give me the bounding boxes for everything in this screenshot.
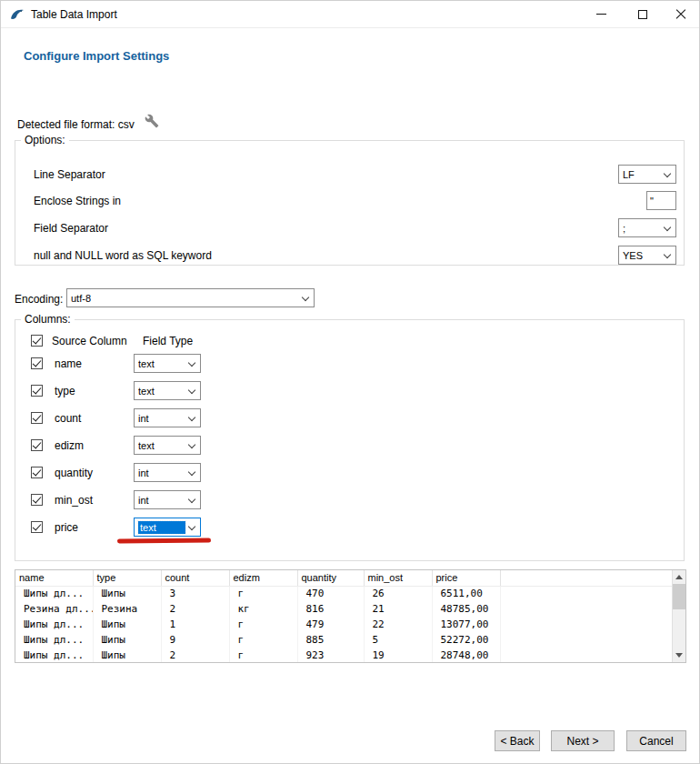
- window-title: Table Data Import: [31, 8, 117, 21]
- column-header-quantity[interactable]: quantity: [297, 570, 364, 586]
- field-type-value: text: [138, 386, 155, 397]
- column-label: name: [55, 357, 82, 370]
- preview-cell: г: [229, 632, 297, 648]
- preview-cell: 21: [364, 601, 432, 617]
- column-checkbox-price[interactable]: [31, 521, 43, 533]
- select-all-columns-checkbox[interactable]: [31, 335, 43, 347]
- preview-cell: 2: [161, 601, 229, 617]
- column-label: edizm: [55, 439, 84, 452]
- field-type-value: int: [138, 413, 149, 424]
- preview-cell: г: [229, 648, 297, 663]
- scrollbar-thumb[interactable]: [673, 584, 685, 609]
- field-type-value: int: [138, 467, 149, 478]
- close-button[interactable]: [663, 1, 699, 27]
- preview-cell: 816: [297, 601, 364, 617]
- column-checkbox-count[interactable]: [31, 412, 43, 424]
- table-row: Резина дл... Резина 2 кг 816 21 48785,00: [15, 601, 672, 617]
- field-type-select-name[interactable]: text: [134, 354, 201, 373]
- column-header-name[interactable]: name: [15, 570, 93, 586]
- column-header-price[interactable]: price: [432, 570, 500, 586]
- preview-cell: Шипы: [93, 632, 161, 648]
- vertical-scrollbar[interactable]: [672, 570, 685, 662]
- arrow-down-icon: [675, 653, 683, 658]
- page-title: Configure Import Settings: [24, 49, 169, 63]
- column-header-edizm[interactable]: edizm: [229, 570, 297, 586]
- scroll-up-button[interactable]: [673, 570, 685, 584]
- next-button[interactable]: Next >: [551, 730, 615, 751]
- preview-cell: Шипы дл...: [15, 632, 93, 648]
- column-label: price: [55, 521, 78, 534]
- null-keyword-label: null and NULL word as SQL keyword: [34, 249, 212, 262]
- column-row-edizm: edizm text: [15, 432, 684, 459]
- annotation-red-underline: [117, 538, 211, 543]
- preview-cell: 19: [364, 648, 432, 663]
- chevron-down-icon: [188, 522, 195, 529]
- chevron-down-icon: [188, 413, 195, 420]
- chevron-down-icon: [302, 293, 309, 300]
- encoding-select[interactable]: utf-8: [66, 288, 315, 307]
- line-separator-value: LF: [623, 169, 635, 180]
- preview-cell: Шипы: [93, 648, 161, 663]
- chevron-down-icon: [188, 495, 195, 502]
- column-checkbox-min_ost[interactable]: [31, 494, 43, 506]
- preview-cell: 48785,00: [432, 601, 500, 617]
- preview-table: name type count edizm quantity min_ost p…: [15, 569, 686, 663]
- minimize-button[interactable]: [581, 1, 622, 27]
- chevron-down-icon: [664, 223, 671, 230]
- enclose-strings-input[interactable]: [646, 191, 676, 210]
- preview-cell: [500, 648, 672, 663]
- table-row: Шипы дл... Шипы 3 г 470 26 6511,00: [15, 586, 672, 601]
- column-header-min_ost[interactable]: min_ost: [364, 570, 432, 586]
- columns-group: Columns: Source Column Field Type name t…: [15, 319, 685, 561]
- cancel-button[interactable]: Cancel: [626, 730, 686, 751]
- field-separator-select[interactable]: ;: [618, 218, 676, 237]
- options-group: Options: Line Separator LF Enclose Strin…: [15, 140, 685, 266]
- line-separator-select[interactable]: LF: [618, 165, 676, 184]
- preview-cell: 3: [161, 586, 229, 601]
- field-type-select-edizm[interactable]: text: [134, 436, 201, 455]
- preview-cell: Шипы дл...: [15, 617, 93, 632]
- preview-cell: Резина дл...: [15, 601, 93, 617]
- column-header-count[interactable]: count: [161, 570, 229, 586]
- encoding-label: Encoding:: [15, 293, 63, 306]
- column-checkbox-type[interactable]: [31, 385, 43, 397]
- column-row-quantity: quantity int: [15, 459, 684, 487]
- preview-cell: 1: [161, 617, 229, 632]
- column-row-min_ost: min_ost int: [15, 487, 684, 514]
- app-icon: [10, 7, 25, 22]
- preview-cell: Шипы дл...: [15, 648, 93, 663]
- field-type-select-type[interactable]: text: [134, 381, 201, 400]
- table-data-import-window: Table Data Import Configure Import Setti…: [0, 0, 700, 764]
- wrench-icon[interactable]: [145, 114, 159, 128]
- field-type-select-count[interactable]: int: [134, 408, 201, 427]
- back-button[interactable]: < Back: [495, 730, 540, 751]
- table-row: Шипы дл... Шипы 2 г 923 19 28748,00: [15, 648, 672, 663]
- field-type-select-quantity[interactable]: int: [134, 463, 201, 482]
- column-row-count: count int: [15, 405, 684, 432]
- field-type-value: text: [138, 358, 155, 369]
- preview-grid: name type count edizm quantity min_ost p…: [15, 570, 673, 663]
- field-type-select-price[interactable]: text: [134, 518, 201, 537]
- arrow-up-icon: [675, 575, 683, 579]
- column-label: count: [55, 412, 81, 425]
- chevron-down-icon: [188, 440, 195, 447]
- preview-cell: 6511,00: [432, 586, 500, 601]
- field-type-value: int: [138, 495, 149, 506]
- column-checkbox-quantity[interactable]: [31, 467, 43, 478]
- maximize-button[interactable]: [622, 1, 663, 27]
- column-checkbox-name[interactable]: [31, 357, 43, 369]
- null-keyword-select[interactable]: YES: [618, 246, 676, 265]
- preview-cell: [500, 632, 672, 648]
- field-type-header: Field Type: [143, 335, 193, 347]
- columns-legend: Columns:: [21, 313, 75, 326]
- close-icon: [675, 9, 686, 20]
- chevron-down-icon: [664, 169, 671, 176]
- preview-cell: 52272,00: [432, 632, 500, 648]
- detected-format-label: Detected file format: csv: [17, 118, 135, 131]
- field-type-select-min_ost[interactable]: int: [134, 490, 201, 509]
- preview-cell: г: [229, 586, 297, 601]
- column-checkbox-edizm[interactable]: [31, 439, 43, 451]
- column-header-type[interactable]: type: [93, 570, 161, 586]
- preview-cell: 13077,00: [432, 617, 500, 632]
- scroll-down-button[interactable]: [673, 648, 685, 662]
